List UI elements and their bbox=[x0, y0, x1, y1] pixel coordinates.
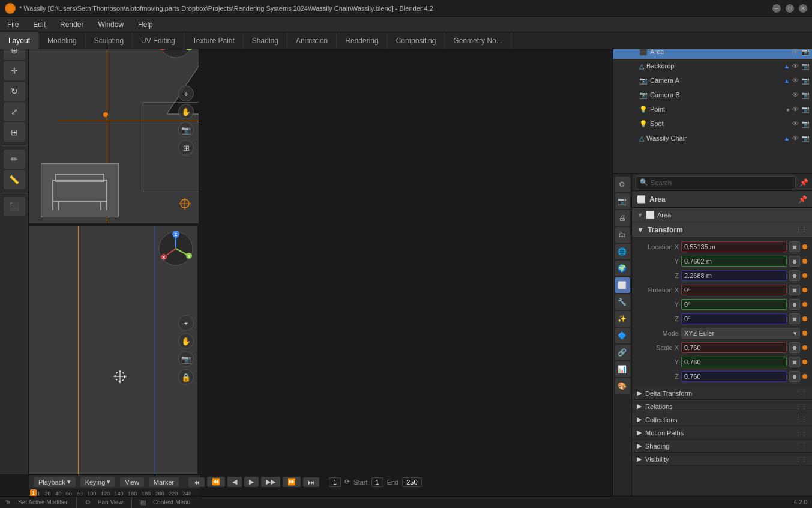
location-x-anim-btn[interactable]: ⏺ bbox=[789, 241, 800, 252]
tab-shading[interactable]: Shading bbox=[244, 32, 287, 49]
maximize-button[interactable]: □ bbox=[786, 4, 794, 13]
wassily-eye[interactable]: 👁 bbox=[792, 135, 799, 142]
menu-help[interactable]: Help bbox=[136, 19, 155, 30]
tab-texture-paint[interactable]: Texture Paint bbox=[184, 32, 244, 49]
rotation-z-anim-btn[interactable]: ⏺ bbox=[789, 313, 800, 324]
output-props-button[interactable]: 🖨 bbox=[615, 210, 630, 226]
rotation-x-value[interactable]: 0° bbox=[681, 285, 787, 295]
grid-button[interactable]: ⊞ bbox=[178, 140, 194, 156]
motion-paths-options[interactable]: ⋮⋮ bbox=[795, 429, 807, 436]
rotate-tool-button[interactable]: ↻ bbox=[4, 82, 25, 101]
cam-lock[interactable]: 🔒 bbox=[178, 369, 194, 385]
tab-uv-editing[interactable]: UV Editing bbox=[133, 32, 184, 49]
backdrop-cam[interactable]: 📷 bbox=[801, 62, 810, 70]
properties-search[interactable]: 🔍 Search bbox=[636, 176, 796, 189]
prev-frame-button[interactable]: ⏪ bbox=[207, 477, 225, 487]
next-keyframe-button[interactable]: ▶▶ bbox=[261, 477, 280, 487]
measure-tool-button[interactable]: 📏 bbox=[4, 170, 25, 189]
close-button[interactable]: ✕ bbox=[799, 4, 807, 13]
camera-nav-button[interactable]: 📷 bbox=[178, 122, 194, 138]
tab-geometry-nodes[interactable]: Geometry No... bbox=[445, 32, 511, 49]
menu-edit[interactable]: Edit bbox=[31, 19, 48, 30]
tab-modeling[interactable]: Modeling bbox=[39, 32, 86, 49]
outliner-item-backdrop[interactable]: △ Backdrop ▲ 👁 📷 bbox=[613, 59, 812, 73]
move-tool-button[interactable]: ✛ bbox=[4, 61, 25, 80]
location-z-value[interactable]: 2.2688 m bbox=[681, 270, 787, 281]
view-layer-props-button[interactable]: 🗂 bbox=[615, 227, 630, 243]
menu-render[interactable]: Render bbox=[58, 19, 86, 30]
location-y-anim-btn[interactable]: ⏺ bbox=[789, 256, 800, 267]
pin-object-icon[interactable]: 📌 bbox=[798, 195, 807, 204]
transform-section-header[interactable]: ▼ Transform ⋮⋮ bbox=[632, 222, 812, 238]
relations-section[interactable]: ▶ Relations ⋮⋮ bbox=[632, 400, 812, 413]
visibility-options[interactable]: ⋮⋮ bbox=[795, 456, 807, 462]
cam-rotate[interactable]: 📷 bbox=[178, 351, 194, 367]
rotation-y-anim-btn[interactable]: ⏺ bbox=[789, 299, 800, 310]
start-frame-display[interactable]: 1 bbox=[371, 477, 383, 487]
particles-props-button[interactable]: ✨ bbox=[615, 311, 630, 327]
add-cube-button[interactable]: ⬛ bbox=[4, 197, 25, 216]
collections-section[interactable]: ▶ Collections ⋮⋮ bbox=[632, 413, 812, 426]
current-frame-display[interactable]: 1 bbox=[329, 477, 341, 487]
backdrop-eye[interactable]: 👁 bbox=[792, 62, 799, 70]
delta-options[interactable]: ⋮⋮ bbox=[795, 390, 807, 396]
delta-transform-section[interactable]: ▶ Delta Transform ⋮⋮ bbox=[632, 387, 812, 400]
tab-rendering[interactable]: Rendering bbox=[337, 32, 387, 49]
next-frame-button[interactable]: ⏩ bbox=[283, 477, 301, 487]
physics-props-button[interactable]: 🔷 bbox=[615, 328, 630, 343]
prev-keyframe-button[interactable]: ◀ bbox=[227, 477, 242, 487]
outliner-item-wassily-chair[interactable]: △ Wassily Chair ▲ 👁 📷 bbox=[613, 131, 812, 145]
relations-options[interactable]: ⋮⋮ bbox=[795, 403, 807, 410]
outliner-item-camera-b[interactable]: 📷 Camera B 👁 📷 bbox=[613, 88, 812, 102]
location-z-anim-btn[interactable]: ⏺ bbox=[789, 270, 800, 281]
constraints-props-button[interactable]: 🔗 bbox=[615, 345, 630, 360]
location-y-value[interactable]: 0.7602 m bbox=[681, 256, 787, 267]
location-x-value[interactable]: 0.55135 m bbox=[681, 241, 787, 252]
camera-a-cam[interactable]: 📷 bbox=[801, 77, 810, 85]
play-button[interactable]: ▶ bbox=[244, 477, 259, 487]
spot-eye[interactable]: 👁 bbox=[792, 120, 799, 127]
menu-file[interactable]: File bbox=[5, 19, 21, 30]
jump-start-button[interactable]: ⏮ bbox=[188, 477, 205, 487]
marker-menu[interactable]: Marker bbox=[149, 477, 179, 487]
camera-b-eye[interactable]: 👁 bbox=[792, 91, 799, 98]
visibility-section[interactable]: ▶ Visibility ⋮⋮ bbox=[632, 453, 812, 466]
rotation-y-value[interactable]: 0° bbox=[681, 299, 787, 310]
zoom-in-button[interactable]: + bbox=[178, 86, 194, 101]
transform-tool-button[interactable]: ⊞ bbox=[4, 122, 25, 142]
end-frame-display[interactable]: 250 bbox=[402, 477, 421, 487]
view-menu-timeline[interactable]: View bbox=[120, 477, 144, 487]
pin-icon[interactable]: 📌 bbox=[799, 178, 808, 187]
outliner-item-spot[interactable]: 💡 Spot 👁 📷 bbox=[613, 116, 812, 131]
modifier-props-button[interactable]: 🔧 bbox=[615, 294, 630, 310]
scale-y-value[interactable]: 0.760 bbox=[681, 357, 787, 367]
collections-options[interactable]: ⋮⋮ bbox=[795, 416, 807, 423]
tab-compositing[interactable]: Compositing bbox=[388, 32, 445, 49]
keying-menu[interactable]: Keying ▾ bbox=[80, 477, 116, 487]
cam-pan[interactable]: ✋ bbox=[178, 333, 194, 349]
render-props-button[interactable]: 📷 bbox=[615, 193, 630, 209]
scale-x-value[interactable]: 0.760 bbox=[681, 342, 787, 353]
spot-cam[interactable]: 📷 bbox=[801, 120, 810, 128]
tab-sculpting[interactable]: Sculpting bbox=[86, 32, 133, 49]
pan-button[interactable]: ✋ bbox=[178, 104, 194, 119]
jump-end-button[interactable]: ⏭ bbox=[303, 477, 319, 487]
annotate-tool-button[interactable]: ✏ bbox=[4, 150, 25, 169]
shading-section[interactable]: ▶ Shading ⋮⋮ bbox=[632, 440, 812, 453]
material-props-button[interactable]: 🎨 bbox=[615, 378, 630, 394]
tab-layout[interactable]: Layout bbox=[0, 32, 39, 49]
shading-options[interactable]: ⋮⋮ bbox=[795, 443, 807, 449]
rotation-x-anim-btn[interactable]: ⏺ bbox=[789, 285, 800, 295]
scale-tool-button[interactable]: ⤢ bbox=[4, 102, 25, 121]
cam-zoom-in[interactable]: + bbox=[178, 315, 194, 331]
scene-props-button[interactable]: ⚙ bbox=[615, 177, 630, 192]
outliner-item-point[interactable]: 💡 Point ● 👁 📷 bbox=[613, 102, 812, 116]
rotation-z-value[interactable]: 0° bbox=[681, 313, 787, 324]
world-props-button[interactable]: 🌍 bbox=[615, 261, 630, 276]
playback-menu[interactable]: Playback ▾ bbox=[34, 477, 76, 487]
scene-props2-button[interactable]: 🌐 bbox=[615, 244, 630, 259]
motion-paths-section[interactable]: ▶ Motion Paths ⋮⋮ bbox=[632, 426, 812, 440]
viewport-bottom-area[interactable]: Camera Perspective (1) Scene Collection … bbox=[29, 226, 200, 474]
transform-options[interactable]: ⋮⋮ bbox=[795, 226, 807, 233]
menu-window[interactable]: Window bbox=[95, 19, 126, 30]
